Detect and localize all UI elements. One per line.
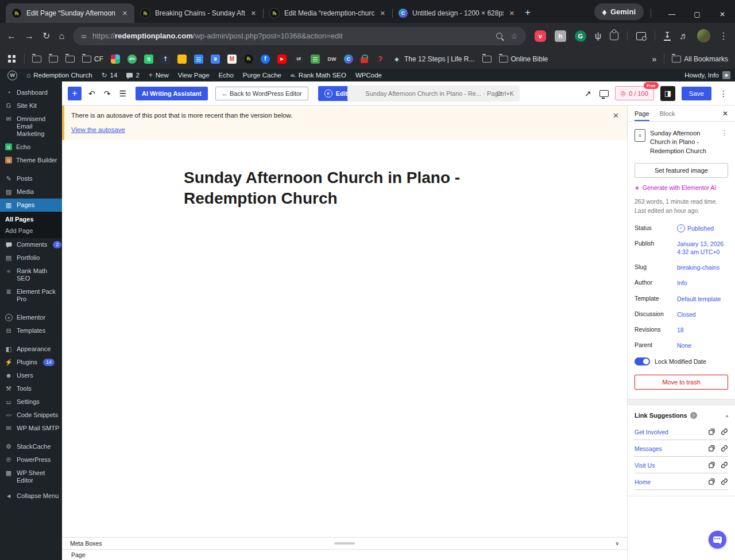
pocket-extension-icon[interactable]: v bbox=[535, 30, 546, 42]
view-autosave-link[interactable]: View the autosave bbox=[71, 126, 125, 133]
admin-bar-account[interactable]: Howdy, Info ☻ bbox=[684, 71, 730, 79]
settings-sidebar-toggle[interactable]: ◨ bbox=[660, 86, 675, 101]
browser-menu-icon[interactable]: ⋮ bbox=[719, 30, 728, 41]
church-bookmark-icon[interactable]: † bbox=[161, 55, 170, 64]
bookmark-folder-icon[interactable] bbox=[482, 56, 492, 63]
redo-button[interactable]: ↷ bbox=[102, 89, 113, 98]
grammarly-extension-icon[interactable]: G bbox=[575, 30, 586, 42]
generate-with-elementor-ai-link[interactable]: ∗ Generate with Elementor AI bbox=[628, 179, 735, 193]
facebook-bookmark-icon[interactable]: f bbox=[261, 55, 270, 64]
menu-item-element-pack[interactable]: ≣Element Pack Pro bbox=[0, 285, 62, 306]
address-bar[interactable]: ⚌ https://redemptionplano.com/wp-admin/p… bbox=[73, 27, 526, 45]
page-title[interactable]: Sunday Afternoon Church in Plano - Redem… bbox=[184, 168, 505, 209]
all-bookmarks[interactable]: All Bookmarks bbox=[672, 55, 728, 63]
insert-link-icon[interactable] bbox=[721, 428, 728, 435]
link-suggestions-header[interactable]: Link Suggestions ? ▴ bbox=[635, 409, 728, 423]
parent-value[interactable]: None bbox=[677, 341, 728, 349]
list-view-button[interactable]: ☰ bbox=[117, 89, 128, 98]
back-to-wordpress-editor-button[interactable]: ← Back to WordPress Editor bbox=[215, 87, 308, 100]
tab-edit-page[interactable]: ℞ Edit Page “Sunday Afternoon C ✕ bbox=[6, 3, 134, 23]
slug-value[interactable]: breaking-chains bbox=[677, 263, 728, 271]
google-calendar-bookmark-icon[interactable]: 9 bbox=[211, 55, 220, 64]
admin-bar-echo[interactable]: Echo bbox=[216, 72, 237, 79]
tab-close-icon[interactable]: ✕ bbox=[508, 10, 516, 17]
suggestion-link[interactable]: Home bbox=[635, 479, 708, 485]
copy-link-icon[interactable] bbox=[708, 478, 715, 485]
menu-item-settings[interactable]: ⚍Settings bbox=[0, 395, 62, 409]
view-page-external-icon[interactable]: ↗ bbox=[583, 89, 593, 98]
menu-item-theme-builder[interactable]: uTheme Builder bbox=[0, 154, 62, 167]
tab-edit-media[interactable]: ℞ Edit Media “redemption-church ✕ bbox=[264, 3, 392, 23]
tab-block[interactable]: Block bbox=[660, 106, 675, 121]
media-controls-icon[interactable]: ♬ bbox=[679, 31, 688, 41]
home-button[interactable]: ⌂ bbox=[59, 31, 64, 41]
admin-bar-comments[interactable]: 2 bbox=[123, 72, 142, 79]
honey-extension-icon[interactable]: h bbox=[555, 30, 566, 42]
restore-button[interactable]: ▢ bbox=[684, 10, 710, 18]
apps-grid-icon[interactable] bbox=[8, 55, 11, 58]
author-value[interactable]: Info bbox=[677, 279, 728, 287]
menu-item-powerpress[interactable]: ℗PowerPress bbox=[0, 453, 62, 466]
menu-item-echo[interactable]: uEcho bbox=[0, 141, 62, 154]
close-window-button[interactable]: ✕ bbox=[710, 10, 735, 18]
lock-bookmark-icon[interactable] bbox=[361, 57, 368, 63]
tab-close-icon[interactable]: ✕ bbox=[379, 10, 386, 17]
screen-search-icon[interactable] bbox=[636, 32, 646, 40]
bookmark-twelve-steps[interactable]: ◈ The 12 Steps | Life R... bbox=[392, 55, 475, 64]
slack-bookmark-icon[interactable] bbox=[111, 55, 120, 64]
bookmark-folder-cf[interactable]: CF bbox=[82, 55, 103, 63]
command-center-button[interactable]: Sunday Afternoon Church in Plano - Re...… bbox=[347, 85, 520, 102]
revisions-value[interactable]: 18 bbox=[677, 326, 728, 334]
youtube-bookmark-icon[interactable]: ▶ bbox=[277, 55, 287, 64]
admin-bar-purge-cache[interactable]: Purge Cache bbox=[240, 72, 284, 79]
menu-item-elementor[interactable]: eElementor bbox=[0, 311, 62, 324]
gmail-bookmark-icon[interactable]: M bbox=[227, 55, 237, 64]
admin-bar-rank-math[interactable]: ılı. Rank Math SEO bbox=[288, 72, 349, 79]
bookmark-folder-icon[interactable] bbox=[32, 56, 41, 63]
profile-avatar[interactable] bbox=[697, 29, 710, 42]
insert-link-icon[interactable] bbox=[721, 478, 728, 485]
tab-page[interactable]: Page bbox=[635, 106, 649, 121]
canva-bookmark-icon[interactable]: C bbox=[344, 55, 353, 64]
ui-bookmark-icon[interactable]: UI bbox=[294, 55, 303, 64]
tab-close-icon[interactable]: ✕ bbox=[121, 10, 129, 17]
google-docs-bookmark-icon[interactable] bbox=[194, 55, 203, 64]
green-list-bookmark-icon[interactable] bbox=[311, 55, 320, 64]
menu-item-users[interactable]: ☻Users bbox=[0, 369, 62, 382]
subsplash-bookmark-icon[interactable]: S bbox=[144, 55, 153, 64]
bookmark-star-icon[interactable]: ☆ bbox=[510, 32, 518, 41]
extensions-icon[interactable] bbox=[610, 32, 618, 40]
menu-item-templates[interactable]: ⊟Templates bbox=[0, 324, 62, 337]
publish-value[interactable]: January 13, 20264:32 am UTC+0 bbox=[677, 240, 728, 256]
admin-bar-wpcode[interactable]: WPCode bbox=[353, 72, 385, 79]
editor-canvas[interactable]: Sunday Afternoon Church in Plano - Redem… bbox=[62, 140, 627, 537]
suggestion-link[interactable]: Visit Us bbox=[635, 462, 708, 469]
set-featured-image-button[interactable]: Set featured image bbox=[635, 163, 728, 178]
copy-link-icon[interactable] bbox=[708, 445, 715, 452]
gemini-button[interactable]: ◆ Gemini bbox=[594, 3, 644, 20]
bookmark-folder-icon[interactable] bbox=[65, 56, 75, 63]
bookmark-folder-online-bible[interactable]: Online Bible bbox=[499, 55, 548, 63]
swoosh-bookmark-icon[interactable]: ʔ bbox=[376, 55, 385, 64]
zoom-icon[interactable] bbox=[496, 33, 502, 39]
menu-item-wp-mail-smtp[interactable]: ✉WP Mail SMTP bbox=[0, 422, 62, 435]
menu-item-pages[interactable]: ▥Pages bbox=[0, 199, 62, 212]
menu-item-omnisend[interactable]: ✉Omnisend Email Marketing bbox=[0, 112, 62, 141]
menu-item-tools[interactable]: ⚒Tools bbox=[0, 382, 62, 395]
copy-link-icon[interactable] bbox=[708, 461, 715, 469]
suggestion-link[interactable]: Messages bbox=[635, 445, 708, 452]
google-keep-bookmark-icon[interactable] bbox=[177, 55, 187, 64]
menu-item-comments[interactable]: Comments2 bbox=[0, 238, 62, 251]
copy-link-icon[interactable] bbox=[708, 428, 715, 435]
status-value[interactable]: ✓Published bbox=[677, 224, 728, 232]
submenu-add-page[interactable]: Add Page bbox=[0, 225, 62, 236]
bookmarks-overflow-icon[interactable]: » bbox=[652, 55, 657, 64]
mic-icon[interactable]: ψ bbox=[595, 31, 601, 41]
dw-bookmark-icon[interactable]: DW bbox=[327, 55, 336, 64]
insert-link-icon[interactable] bbox=[721, 461, 728, 469]
menu-item-code-snippets[interactable]: </>Code Snippets bbox=[0, 409, 62, 422]
discussion-value[interactable]: Closed bbox=[677, 310, 728, 318]
admin-bar-view-page[interactable]: View Page bbox=[175, 72, 212, 79]
menu-item-rank-math[interactable]: ılıRank Math SEO bbox=[0, 265, 62, 285]
chat-widget-button[interactable]: ••• bbox=[709, 531, 726, 549]
